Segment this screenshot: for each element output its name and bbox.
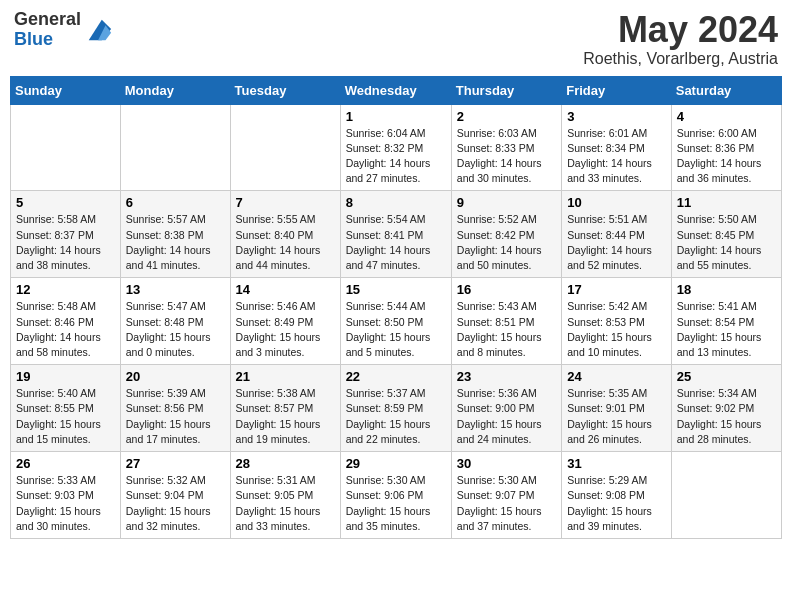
calendar-cell: 25Sunrise: 5:34 AM Sunset: 9:02 PM Dayli… xyxy=(671,365,781,452)
day-info: Sunrise: 5:31 AM Sunset: 9:05 PM Dayligh… xyxy=(236,473,335,534)
header-day-friday: Friday xyxy=(562,76,672,104)
calendar-cell: 11Sunrise: 5:50 AM Sunset: 8:45 PM Dayli… xyxy=(671,191,781,278)
calendar-cell: 2Sunrise: 6:03 AM Sunset: 8:33 PM Daylig… xyxy=(451,104,561,191)
day-info: Sunrise: 5:40 AM Sunset: 8:55 PM Dayligh… xyxy=(16,386,115,447)
calendar-cell: 31Sunrise: 5:29 AM Sunset: 9:08 PM Dayli… xyxy=(562,452,672,539)
day-number: 9 xyxy=(457,195,556,210)
day-number: 12 xyxy=(16,282,115,297)
day-info: Sunrise: 5:35 AM Sunset: 9:01 PM Dayligh… xyxy=(567,386,666,447)
week-row-5: 26Sunrise: 5:33 AM Sunset: 9:03 PM Dayli… xyxy=(11,452,782,539)
day-info: Sunrise: 5:52 AM Sunset: 8:42 PM Dayligh… xyxy=(457,212,556,273)
day-number: 15 xyxy=(346,282,446,297)
day-info: Sunrise: 5:57 AM Sunset: 8:38 PM Dayligh… xyxy=(126,212,225,273)
calendar-cell: 17Sunrise: 5:42 AM Sunset: 8:53 PM Dayli… xyxy=(562,278,672,365)
day-number: 6 xyxy=(126,195,225,210)
calendar-cell: 9Sunrise: 5:52 AM Sunset: 8:42 PM Daylig… xyxy=(451,191,561,278)
day-number: 3 xyxy=(567,109,666,124)
calendar-cell: 24Sunrise: 5:35 AM Sunset: 9:01 PM Dayli… xyxy=(562,365,672,452)
day-number: 26 xyxy=(16,456,115,471)
day-info: Sunrise: 5:34 AM Sunset: 9:02 PM Dayligh… xyxy=(677,386,776,447)
header-row: SundayMondayTuesdayWednesdayThursdayFrid… xyxy=(11,76,782,104)
calendar-cell: 27Sunrise: 5:32 AM Sunset: 9:04 PM Dayli… xyxy=(120,452,230,539)
day-info: Sunrise: 6:01 AM Sunset: 8:34 PM Dayligh… xyxy=(567,126,666,187)
day-info: Sunrise: 5:54 AM Sunset: 8:41 PM Dayligh… xyxy=(346,212,446,273)
calendar-cell: 20Sunrise: 5:39 AM Sunset: 8:56 PM Dayli… xyxy=(120,365,230,452)
day-info: Sunrise: 5:30 AM Sunset: 9:06 PM Dayligh… xyxy=(346,473,446,534)
calendar-cell: 22Sunrise: 5:37 AM Sunset: 8:59 PM Dayli… xyxy=(340,365,451,452)
day-number: 23 xyxy=(457,369,556,384)
week-row-2: 5Sunrise: 5:58 AM Sunset: 8:37 PM Daylig… xyxy=(11,191,782,278)
day-number: 17 xyxy=(567,282,666,297)
logo-icon xyxy=(85,16,113,44)
day-info: Sunrise: 5:46 AM Sunset: 8:49 PM Dayligh… xyxy=(236,299,335,360)
day-number: 19 xyxy=(16,369,115,384)
logo: General Blue xyxy=(14,10,113,50)
calendar-cell: 4Sunrise: 6:00 AM Sunset: 8:36 PM Daylig… xyxy=(671,104,781,191)
day-info: Sunrise: 5:37 AM Sunset: 8:59 PM Dayligh… xyxy=(346,386,446,447)
calendar-cell: 18Sunrise: 5:41 AM Sunset: 8:54 PM Dayli… xyxy=(671,278,781,365)
day-info: Sunrise: 6:04 AM Sunset: 8:32 PM Dayligh… xyxy=(346,126,446,187)
calendar-cell: 10Sunrise: 5:51 AM Sunset: 8:44 PM Dayli… xyxy=(562,191,672,278)
calendar-cell: 8Sunrise: 5:54 AM Sunset: 8:41 PM Daylig… xyxy=(340,191,451,278)
day-info: Sunrise: 5:43 AM Sunset: 8:51 PM Dayligh… xyxy=(457,299,556,360)
day-number: 8 xyxy=(346,195,446,210)
calendar-cell: 14Sunrise: 5:46 AM Sunset: 8:49 PM Dayli… xyxy=(230,278,340,365)
header-day-saturday: Saturday xyxy=(671,76,781,104)
day-number: 5 xyxy=(16,195,115,210)
logo-general: General xyxy=(14,10,81,30)
day-number: 22 xyxy=(346,369,446,384)
day-info: Sunrise: 5:42 AM Sunset: 8:53 PM Dayligh… xyxy=(567,299,666,360)
week-row-4: 19Sunrise: 5:40 AM Sunset: 8:55 PM Dayli… xyxy=(11,365,782,452)
day-info: Sunrise: 5:38 AM Sunset: 8:57 PM Dayligh… xyxy=(236,386,335,447)
calendar-cell: 7Sunrise: 5:55 AM Sunset: 8:40 PM Daylig… xyxy=(230,191,340,278)
day-number: 27 xyxy=(126,456,225,471)
calendar-subtitle: Roethis, Vorarlberg, Austria xyxy=(583,50,778,68)
week-row-3: 12Sunrise: 5:48 AM Sunset: 8:46 PM Dayli… xyxy=(11,278,782,365)
day-number: 20 xyxy=(126,369,225,384)
calendar-cell: 6Sunrise: 5:57 AM Sunset: 8:38 PM Daylig… xyxy=(120,191,230,278)
day-number: 24 xyxy=(567,369,666,384)
calendar-cell xyxy=(11,104,121,191)
calendar-cell: 1Sunrise: 6:04 AM Sunset: 8:32 PM Daylig… xyxy=(340,104,451,191)
day-number: 18 xyxy=(677,282,776,297)
day-number: 31 xyxy=(567,456,666,471)
day-info: Sunrise: 5:47 AM Sunset: 8:48 PM Dayligh… xyxy=(126,299,225,360)
title-block: May 2024 Roethis, Vorarlberg, Austria xyxy=(583,10,778,68)
header-day-sunday: Sunday xyxy=(11,76,121,104)
calendar-cell: 15Sunrise: 5:44 AM Sunset: 8:50 PM Dayli… xyxy=(340,278,451,365)
day-number: 30 xyxy=(457,456,556,471)
page-header: General Blue May 2024 Roethis, Vorarlber… xyxy=(10,10,782,68)
day-number: 1 xyxy=(346,109,446,124)
calendar-body: 1Sunrise: 6:04 AM Sunset: 8:32 PM Daylig… xyxy=(11,104,782,538)
calendar-cell: 23Sunrise: 5:36 AM Sunset: 9:00 PM Dayli… xyxy=(451,365,561,452)
day-info: Sunrise: 5:48 AM Sunset: 8:46 PM Dayligh… xyxy=(16,299,115,360)
calendar-header: SundayMondayTuesdayWednesdayThursdayFrid… xyxy=(11,76,782,104)
header-day-thursday: Thursday xyxy=(451,76,561,104)
calendar-cell: 19Sunrise: 5:40 AM Sunset: 8:55 PM Dayli… xyxy=(11,365,121,452)
day-number: 4 xyxy=(677,109,776,124)
calendar-cell: 3Sunrise: 6:01 AM Sunset: 8:34 PM Daylig… xyxy=(562,104,672,191)
calendar-cell: 28Sunrise: 5:31 AM Sunset: 9:05 PM Dayli… xyxy=(230,452,340,539)
logo-blue: Blue xyxy=(14,30,81,50)
day-number: 16 xyxy=(457,282,556,297)
day-info: Sunrise: 6:03 AM Sunset: 8:33 PM Dayligh… xyxy=(457,126,556,187)
logo-text: General Blue xyxy=(14,10,81,50)
day-info: Sunrise: 5:33 AM Sunset: 9:03 PM Dayligh… xyxy=(16,473,115,534)
day-number: 14 xyxy=(236,282,335,297)
calendar-cell xyxy=(671,452,781,539)
header-day-monday: Monday xyxy=(120,76,230,104)
calendar-table: SundayMondayTuesdayWednesdayThursdayFrid… xyxy=(10,76,782,539)
day-info: Sunrise: 5:39 AM Sunset: 8:56 PM Dayligh… xyxy=(126,386,225,447)
day-number: 2 xyxy=(457,109,556,124)
day-info: Sunrise: 5:41 AM Sunset: 8:54 PM Dayligh… xyxy=(677,299,776,360)
calendar-cell: 21Sunrise: 5:38 AM Sunset: 8:57 PM Dayli… xyxy=(230,365,340,452)
day-info: Sunrise: 5:50 AM Sunset: 8:45 PM Dayligh… xyxy=(677,212,776,273)
day-number: 10 xyxy=(567,195,666,210)
calendar-cell: 30Sunrise: 5:30 AM Sunset: 9:07 PM Dayli… xyxy=(451,452,561,539)
calendar-cell: 5Sunrise: 5:58 AM Sunset: 8:37 PM Daylig… xyxy=(11,191,121,278)
day-number: 13 xyxy=(126,282,225,297)
day-info: Sunrise: 6:00 AM Sunset: 8:36 PM Dayligh… xyxy=(677,126,776,187)
day-number: 28 xyxy=(236,456,335,471)
calendar-cell: 16Sunrise: 5:43 AM Sunset: 8:51 PM Dayli… xyxy=(451,278,561,365)
day-info: Sunrise: 5:44 AM Sunset: 8:50 PM Dayligh… xyxy=(346,299,446,360)
